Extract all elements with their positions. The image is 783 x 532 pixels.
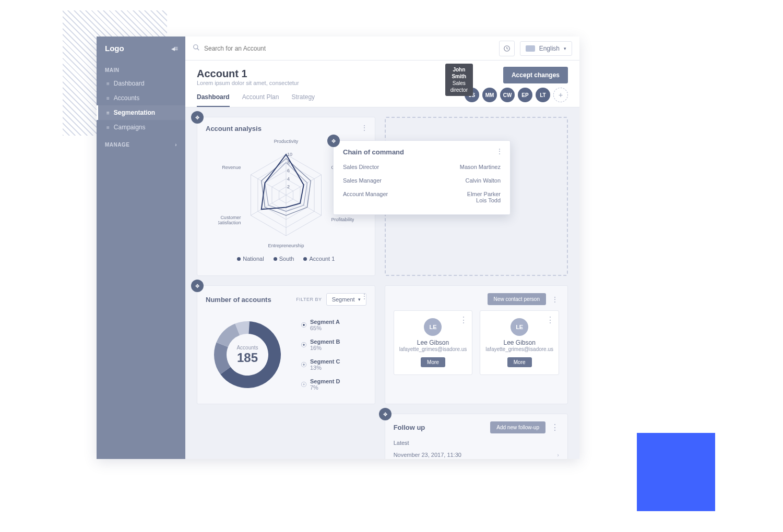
- segment-name: Segment D: [310, 378, 340, 384]
- segment-pct: 16%: [310, 345, 340, 351]
- segment-legend-item[interactable]: Segment B16%: [302, 338, 340, 351]
- svg-text:Productivity: Productivity: [274, 139, 299, 144]
- contact-more-button[interactable]: More: [421, 357, 445, 367]
- chain-names: Mason Martinez: [460, 164, 501, 170]
- sidebar: Logo ◂≡ MAIN≡Dashboard≡Accounts≡Segmenta…: [97, 37, 185, 459]
- chain-title: Chain of command: [343, 148, 501, 156]
- drag-handle-icon[interactable]: ✥: [379, 408, 392, 420]
- sidebar-item-campaigns[interactable]: ≡Campaigns: [97, 120, 185, 135]
- card-menu-icon[interactable]: ⋮: [546, 315, 554, 325]
- sidebar-item-label: Campaigns: [114, 124, 146, 131]
- main-area: English ▾ Account 1 Lorem ipsum dolor si…: [185, 37, 579, 459]
- followup-latest-label: Latest: [394, 440, 559, 446]
- segment-dot-icon: [302, 382, 306, 386]
- contact-email: lafayette_grimes@isadore.us: [485, 346, 553, 352]
- list-icon: ≡: [106, 110, 110, 116]
- tab-account-plan[interactable]: Account Plan: [242, 93, 279, 107]
- app-window: Logo ◂≡ MAIN≡Dashboard≡Accounts≡Segmenta…: [97, 37, 579, 459]
- card-menu-icon[interactable]: ⋮: [459, 315, 468, 325]
- legend-item: Account 1: [303, 256, 335, 262]
- legend-item: National: [237, 256, 264, 262]
- avatar-cw[interactable]: CW: [500, 88, 515, 102]
- account-analysis-panel: ✥ ⋮ Account analysis 246810ProductivityG…: [197, 117, 375, 276]
- donut-center-value: 185: [236, 350, 258, 365]
- filter-label: FILTER BY: [296, 297, 322, 302]
- list-icon: ≡: [106, 95, 110, 101]
- drag-handle-icon[interactable]: ✥: [191, 280, 204, 292]
- contact-more-button[interactable]: More: [507, 357, 532, 367]
- svg-text:10: 10: [287, 152, 292, 157]
- sidebar-item-dashboard[interactable]: ≡Dashboard: [97, 76, 185, 91]
- brand-logo: Logo: [105, 44, 124, 53]
- add-collaborator-button[interactable]: +: [553, 88, 568, 102]
- drag-handle-icon[interactable]: ✥: [191, 111, 204, 124]
- donut-chart: Accounts 185: [206, 313, 289, 396]
- panel-menu-icon[interactable]: ⋮: [551, 422, 559, 432]
- segment-legend-item[interactable]: Segment A65%: [302, 319, 340, 331]
- avatar-ep[interactable]: EP: [518, 88, 532, 102]
- drag-handle-icon[interactable]: ✥: [327, 135, 340, 147]
- svg-point-0: [194, 44, 198, 49]
- panel-menu-icon[interactable]: ⋮: [551, 295, 559, 304]
- svg-text:Profitability: Profitability: [331, 217, 353, 222]
- language-selector[interactable]: English ▾: [520, 41, 572, 56]
- accept-changes-button[interactable]: Accept changes: [503, 67, 568, 83]
- accounts-title: Number of accounts: [206, 296, 271, 304]
- segment-legend: Segment A65%Segment B16%Segment C13%Segm…: [302, 319, 340, 391]
- chain-role: Account Manager: [343, 191, 388, 203]
- chevron-down-icon: ▾: [564, 46, 566, 51]
- panel-menu-icon[interactable]: ⋮: [496, 147, 504, 155]
- svg-text:2: 2: [287, 184, 290, 189]
- search-input[interactable]: [204, 45, 494, 52]
- segment-name: Segment B: [310, 338, 340, 345]
- chevron-right-icon: ›: [557, 452, 559, 458]
- contact-avatar: LE: [424, 318, 442, 336]
- chain-names: Calvin Walton: [466, 177, 501, 184]
- avatar-mm[interactable]: MM: [482, 88, 497, 102]
- legend-item: South: [274, 256, 294, 262]
- segment-name: Segment A: [310, 319, 340, 325]
- tab-strategy[interactable]: Strategy: [291, 93, 315, 107]
- segment-legend-item[interactable]: Segment C13%: [302, 358, 340, 371]
- followup-item[interactable]: November 23, 2017, 11:30›: [394, 448, 559, 459]
- chain-role: Sales Manager: [343, 177, 382, 184]
- sidebar-item-label: Accounts: [114, 94, 139, 102]
- followup-title: Follow up: [394, 424, 425, 431]
- list-icon: ≡: [106, 81, 110, 87]
- page-header: Account 1 Lorem ipsum dolor sit amet, co…: [185, 61, 579, 107]
- panel-menu-icon[interactable]: ⋮: [361, 124, 369, 132]
- avatar-lt[interactable]: LT: [536, 88, 550, 102]
- tab-dashboard[interactable]: Dashboard: [197, 93, 230, 107]
- collaborator-avatars: John Smith Sales director JSMMCWEPLT+: [465, 88, 568, 102]
- list-icon: ≡: [106, 125, 110, 130]
- topbar: English ▾: [185, 37, 579, 61]
- radar-legend: NationalSouthAccount 1: [237, 256, 335, 262]
- segment-pct: 65%: [310, 325, 340, 331]
- chain-of-command-card: ✥ ⋮ Chain of command Sales DirectorMason…: [333, 140, 511, 215]
- contact-name: Lee Gibson: [399, 339, 467, 346]
- history-icon[interactable]: [499, 41, 515, 56]
- svg-line-1: [197, 48, 199, 50]
- sidebar-item-accounts[interactable]: ≡Accounts: [97, 91, 185, 105]
- svg-text:4: 4: [287, 176, 290, 182]
- search-icon: [193, 44, 200, 53]
- segment-dot-icon: [302, 362, 306, 367]
- panel-menu-icon[interactable]: ⋮: [361, 292, 369, 300]
- sidebar-item-segmentation[interactable]: ≡Segmentation: [97, 105, 185, 120]
- sidebar-group-title[interactable]: MANAGE›: [97, 135, 185, 151]
- contact-name: Lee Gibson: [485, 339, 553, 346]
- contact-card: ⋮ LE Lee Gibson lafayette_grimes@isadore…: [480, 310, 559, 375]
- search-field[interactable]: [193, 44, 494, 53]
- segment-legend-item[interactable]: Segment D7%: [302, 378, 340, 391]
- sidebar-item-label: Segmentation: [114, 109, 155, 116]
- svg-text:Satisfaction: Satisfaction: [218, 220, 241, 225]
- new-contact-button[interactable]: New contact person: [488, 293, 546, 305]
- add-followup-button[interactable]: Add new follow-up: [490, 421, 545, 433]
- chain-role: Sales Director: [343, 164, 379, 170]
- sidebar-collapse-icon[interactable]: ◂≡: [171, 44, 177, 53]
- number-of-accounts-panel: ✥ ⋮ Number of accounts FILTER BY Segment…: [197, 285, 375, 404]
- tooltip-role: Sales director: [450, 80, 468, 93]
- contacts-panel: New contact person ⋮ ⋮ LE Lee Gibson laf…: [385, 285, 568, 404]
- segment-pct: 7%: [310, 384, 340, 391]
- filter-value: Segment: [332, 296, 355, 303]
